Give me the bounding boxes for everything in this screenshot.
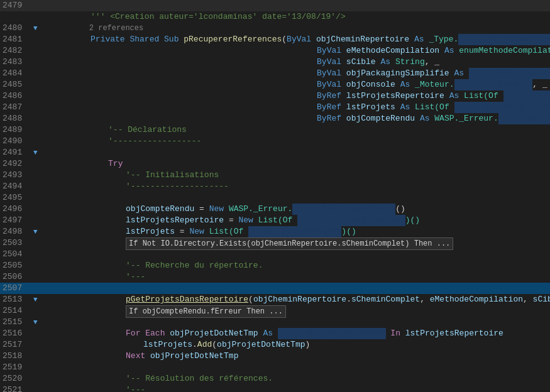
code-line-2505: 2505 '--- xyxy=(0,260,550,271)
line-num-2491: 2491 xyxy=(0,147,30,158)
line-content-2518 xyxy=(41,351,550,362)
line-num-2479: 2479 xyxy=(0,0,30,11)
line-num-2485: 2485 xyxy=(0,79,30,90)
code-line-2479: 2479 ''' <Creation auteur='lcondaminas' … xyxy=(0,0,550,11)
code-line-2503: 2503 xyxy=(0,237,550,249)
ref-hint-line: 2 references xyxy=(0,11,550,23)
code-line-2496: 2496 lstProjetsRepertoire = New List(Of … xyxy=(0,204,550,215)
line-num-2480: 2480 xyxy=(0,23,30,34)
code-line-2517: 2517 Next objProjetDotNetTmp xyxy=(0,339,550,351)
line-content-2514 xyxy=(41,305,550,317)
code-line-2492: 2492 '-- Initialisations xyxy=(0,158,550,170)
line-num-2490: 2490 xyxy=(0,136,30,147)
line-num-2494: 2494 xyxy=(0,181,30,192)
code-line-2481: 2481 ByVal eMethodeCompilation As enumMe… xyxy=(0,34,550,45)
line-num-2503: 2503 xyxy=(0,237,30,249)
code-editor: 2479 ''' <Creation auteur='lcondaminas' … xyxy=(0,0,550,392)
code-line-2513: 2513 ▼ If objCompteRendu.fErreur Then ..… xyxy=(0,294,550,305)
line-num-2493: 2493 xyxy=(0,170,30,181)
line-num-2514: 2514 xyxy=(0,305,30,317)
code-line-2494: 2494 xyxy=(0,181,550,192)
code-line-2490: 2490 xyxy=(0,136,550,147)
line-num-2516: 2516 xyxy=(0,328,30,339)
gutter-2513[interactable]: ▼ xyxy=(30,294,41,305)
line-num-2513: 2513 xyxy=(0,294,30,305)
code-line-2506: 2506 objConsole.AfficherAvancement("Rech… xyxy=(0,271,550,283)
line-num-2515: 2515 xyxy=(0,317,30,328)
line-num-2498: 2498 xyxy=(0,226,30,237)
gutter-2498[interactable]: ▼ xyxy=(30,226,41,237)
code-line-2498: 2498 ▼ If Not IO.Directory.Exists(objChe… xyxy=(0,226,550,237)
line-num-2497: 2497 xyxy=(0,215,30,226)
code-line-2487: 2487 ByRef objCompteRendu As WASP._Erreu… xyxy=(0,102,550,113)
code-line-2485: 2485 ByRef lstProjetsRepertoire As List(… xyxy=(0,79,550,90)
line-num-2488: 2488 xyxy=(0,113,30,124)
code-line-2483: 2483 ByVal objPackagingSimplifie As 015_… xyxy=(0,57,550,68)
line-num-2481: 2481 xyxy=(0,34,30,45)
code-line-2488: 2488 '-- Déclarations xyxy=(0,113,550,124)
line-content-2503 xyxy=(41,237,550,249)
code-line-2515: 2515 ▼ For Each objProjetDotNetTmp As 01… xyxy=(0,317,550,328)
line-num-2484: 2484 xyxy=(0,68,30,79)
line-num-2489: 2489 xyxy=(0,124,30,136)
line-num-2507: 2507 xyxy=(0,283,30,294)
gutter-2491[interactable]: ▼ xyxy=(30,147,41,158)
code-line-2507: 2507 pGetProjetsDansRepertoire(objChemin… xyxy=(0,283,550,294)
line-num-2482: 2482 xyxy=(0,45,30,57)
line-content-2490 xyxy=(41,136,550,147)
line-num-2487: 2487 xyxy=(0,102,30,113)
code-line-2516: 2516 lstProjets.Add(objProjetDotNetTmp) xyxy=(0,328,550,339)
line-num-2505: 2505 xyxy=(0,260,30,271)
line-num-2517: 2517 xyxy=(0,339,30,351)
code-line-2518: 2518 xyxy=(0,351,550,362)
code-line-2514: 2514 xyxy=(0,305,550,317)
code-line-2486: 2486 ByRef lstProjets As List(Of 017_Pro… xyxy=(0,90,550,102)
code-line-2521: 2521 objConsole.AfficherAvancement("Réso… xyxy=(0,384,550,392)
line-num-2496: 2496 xyxy=(0,204,30,215)
line-num-2518: 2518 xyxy=(0,351,30,362)
line-num-2506: 2506 xyxy=(0,271,30,283)
line-content-2521: objConsole.AfficherAvancement("Résolutio… xyxy=(41,384,550,392)
code-line-2519: 2519 '-- Résolution des références. xyxy=(0,362,550,373)
line-num-2521: 2521 xyxy=(0,384,30,392)
line-num-2486: 2486 xyxy=(0,90,30,102)
line-num-2519: 2519 xyxy=(0,362,30,373)
code-line-2491: 2491 ▼ Try xyxy=(0,147,550,158)
gutter-2480[interactable]: ▼ xyxy=(30,23,41,34)
line-num-2520: 2520 xyxy=(0,373,30,384)
code-line-2520: 2520 '--- xyxy=(0,373,550,384)
line-num-2495: 2495 xyxy=(0,192,30,204)
code-line-2497: 2497 lstProjets = New List(Of 017_Projet… xyxy=(0,215,550,226)
line-content-2494 xyxy=(41,181,550,192)
code-line-2489: 2489 '------------------ xyxy=(0,124,550,136)
line-num-2483: 2483 xyxy=(0,57,30,68)
code-line-2504: 2504 '-- Recherche du répertoire. xyxy=(0,249,550,260)
code-line-2493: 2493 '-------------------- xyxy=(0,170,550,181)
code-line-2480: 2480 ▼ Private Shared Sub pRecupererRefe… xyxy=(0,23,550,34)
line-num-2492: 2492 xyxy=(0,158,30,170)
code-line-2482: 2482 ByVal sCible As String, _ xyxy=(0,45,550,57)
code-line-2495: 2495 objCompteRendu = New WASP._Erreur. … xyxy=(0,192,550,204)
gutter-2515[interactable]: ▼ xyxy=(30,317,41,328)
code-line-2484: 2484 ByVal objConsole As _Moteur. 017_Co… xyxy=(0,68,550,79)
line-num-2504: 2504 xyxy=(0,249,30,260)
